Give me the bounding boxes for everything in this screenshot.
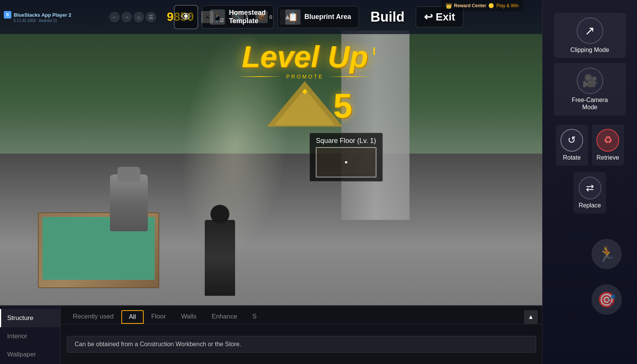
floor-preview-box bbox=[315, 147, 376, 177]
homestead-icon: 📱 bbox=[210, 9, 225, 25]
promote-text: PROMOTE bbox=[282, 74, 328, 80]
level-up-title: Level Up bbox=[237, 42, 373, 72]
tab-walls[interactable]: Walls bbox=[173, 310, 204, 324]
diamond-icon: ◆ bbox=[302, 87, 308, 95]
category-interior[interactable]: Interior bbox=[0, 327, 60, 345]
tab-expand-button[interactable]: ▲ bbox=[524, 310, 538, 324]
tab-recently-used[interactable]: Recently used bbox=[65, 310, 121, 324]
blueprint-area-button[interactable]: 📋 Blueprint Area bbox=[278, 6, 359, 28]
bookmark-arrow[interactable]: ☰ bbox=[146, 12, 156, 22]
homestead-template-button[interactable]: 📱 HomesteadTemplate bbox=[202, 5, 274, 28]
reward-center-label: Reward Center bbox=[454, 3, 486, 8]
info-text: Can be obtained from a Construction Work… bbox=[67, 336, 536, 353]
floor-name: Square Floor (Lv. 1) bbox=[315, 137, 376, 145]
tab-s[interactable]: S bbox=[245, 310, 264, 324]
run-character-button[interactable]: 🏃 bbox=[592, 239, 622, 269]
blueprint-icon: 📋 bbox=[286, 9, 301, 25]
replace-label: Replace bbox=[579, 202, 601, 209]
nav-arrows: ← → ⌂ ☰ bbox=[106, 12, 159, 22]
play-win-label: 🟡 bbox=[488, 3, 494, 8]
bottom-content: Recently used All Floor Walls Enhance S … bbox=[61, 306, 542, 364]
free-camera-icon: 🎥 bbox=[577, 67, 603, 94]
free-camera-button[interactable]: 🎥 Free-CameraMode bbox=[554, 63, 626, 115]
level-number: 5 bbox=[305, 89, 381, 123]
bluestacks-version: 5.11.42.1002 · Android 11 bbox=[14, 19, 102, 23]
rotate-icon: ↺ bbox=[560, 129, 583, 152]
center-bar: 👁 📱 HomesteadTemplate 📋 Blueprint Area B… bbox=[174, 5, 463, 29]
back-arrow[interactable]: ← bbox=[109, 12, 120, 22]
blueprint-label: Blueprint Area bbox=[304, 13, 351, 21]
robot bbox=[110, 174, 148, 231]
tab-all[interactable]: All bbox=[121, 310, 144, 324]
promote-line-left bbox=[237, 76, 282, 77]
rotate-label: Rotate bbox=[563, 154, 581, 161]
tab-bar: Recently used All Floor Walls Enhance S … bbox=[61, 306, 542, 324]
level-up-display: Level Up PROMOTE ◆ 5 bbox=[237, 42, 373, 127]
level-triangle: ◆ 5 bbox=[267, 81, 343, 127]
play-win-text: Play & Win bbox=[496, 3, 519, 8]
info-area: Can be obtained from a Construction Work… bbox=[61, 324, 542, 364]
rotate-button[interactable]: ↺ Rotate bbox=[556, 124, 588, 166]
player-character bbox=[205, 220, 235, 296]
forward-arrow[interactable]: → bbox=[121, 12, 132, 22]
retrieve-icon: ♻ bbox=[596, 129, 619, 152]
promote-line-right bbox=[328, 76, 373, 77]
retrieve-button[interactable]: ♻ Retrieve bbox=[592, 124, 624, 166]
bluestacks-title-row: B BlueStacks App Player 2 bbox=[4, 11, 102, 19]
bluestacks-branding: B BlueStacks App Player 2 5.11.42.1002 ·… bbox=[0, 11, 106, 23]
tab-floor[interactable]: Floor bbox=[144, 310, 174, 324]
clipping-mode-icon: ↗ bbox=[577, 17, 603, 44]
top-bar: B BlueStacks App Player 2 5.11.42.1002 ·… bbox=[0, 0, 637, 34]
visibility-toggle[interactable]: 👁 bbox=[174, 5, 198, 29]
category-structure[interactable]: Structure bbox=[0, 309, 60, 327]
reward-icon: 👑 bbox=[446, 3, 452, 9]
clipping-mode-label: Clipping Mode bbox=[570, 46, 609, 53]
sniper-character-button[interactable]: 🎯 bbox=[592, 284, 622, 315]
right-sidebar: ↗ Clipping Mode 🎥 Free-CameraMode ↺ Rota… bbox=[542, 0, 637, 364]
promote-bar: PROMOTE bbox=[237, 74, 373, 80]
free-camera-label: Free-CameraMode bbox=[572, 96, 608, 111]
exit-label: Exit bbox=[436, 11, 455, 23]
bottom-bar: Structure Interior Wallpaper Recently us… bbox=[0, 305, 542, 364]
floor-preview-dot bbox=[345, 161, 347, 163]
replace-button[interactable]: ⇄ Replace bbox=[574, 172, 606, 213]
clipping-mode-button[interactable]: ↗ Clipping Mode bbox=[554, 13, 626, 58]
floor-info-panel: Square Floor (Lv. 1) bbox=[309, 133, 383, 182]
bluestacks-app-name: BlueStacks App Player 2 bbox=[14, 12, 71, 18]
category-wallpaper[interactable]: Wallpaper bbox=[0, 345, 60, 364]
retrieve-label: Retrieve bbox=[596, 154, 619, 161]
reward-center[interactable]: 👑 Reward Center 🟡 Play & Win bbox=[441, 0, 523, 11]
build-button[interactable]: Build bbox=[363, 9, 412, 25]
home-arrow[interactable]: ⌂ bbox=[133, 12, 144, 22]
replace-icon: ⇄ bbox=[579, 177, 601, 199]
bluestacks-logo: B bbox=[4, 11, 11, 19]
category-sidebar: Structure Interior Wallpaper bbox=[0, 306, 61, 364]
exit-icon: ↩ bbox=[424, 11, 433, 23]
tab-enhance[interactable]: Enhance bbox=[204, 310, 245, 324]
homestead-label: HomesteadTemplate bbox=[229, 9, 266, 25]
